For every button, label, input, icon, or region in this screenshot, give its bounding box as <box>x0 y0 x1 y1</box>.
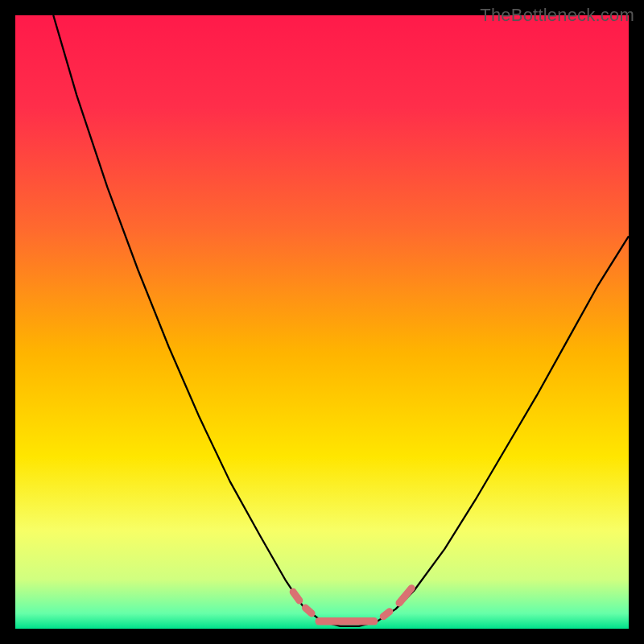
chart-background <box>15 15 629 629</box>
chart-frame: TheBottleneck.com <box>0 0 644 644</box>
chart-plot <box>15 15 629 629</box>
highlight-segment <box>293 592 299 601</box>
highlight-segment <box>383 612 390 617</box>
highlight-segment <box>305 608 312 613</box>
watermark-label: TheBottleneck.com <box>480 5 634 26</box>
